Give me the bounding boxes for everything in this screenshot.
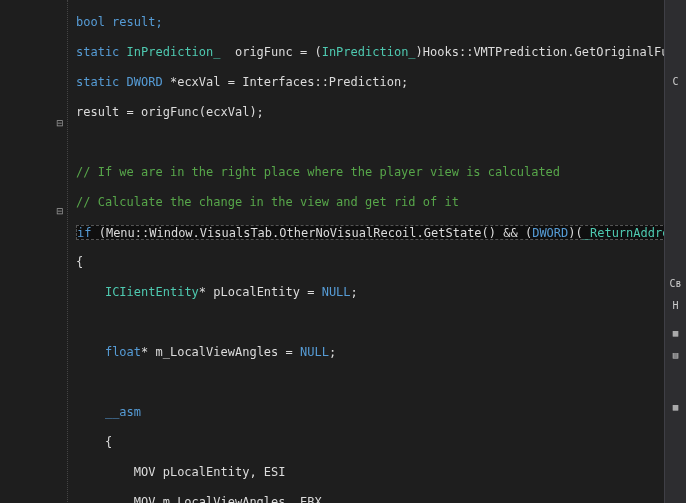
fold-icon[interactable]: ⊟ <box>56 118 64 128</box>
layout-icon[interactable]: ▦ <box>665 396 686 418</box>
sidebar-tab[interactable]: C <box>665 70 686 92</box>
sidebar-tab[interactable]: H <box>665 294 686 316</box>
code-area[interactable]: bool result; static InPrediction_ origFu… <box>68 0 668 503</box>
gutter: ⊟ ⊟ <box>0 0 68 503</box>
fold-icon[interactable]: ⊟ <box>56 206 64 216</box>
sidebar-tab[interactable]: Св <box>665 272 686 294</box>
layout-icon[interactable]: ▤ <box>665 344 686 366</box>
code-editor[interactable]: ⊟ ⊟ bool result; static InPrediction_ or… <box>0 0 686 503</box>
layout-icon[interactable]: ▦ <box>665 322 686 344</box>
right-sidebar: C Св H ▦ ▤ ▦ <box>664 0 686 503</box>
code-line: bool result; <box>76 15 163 29</box>
